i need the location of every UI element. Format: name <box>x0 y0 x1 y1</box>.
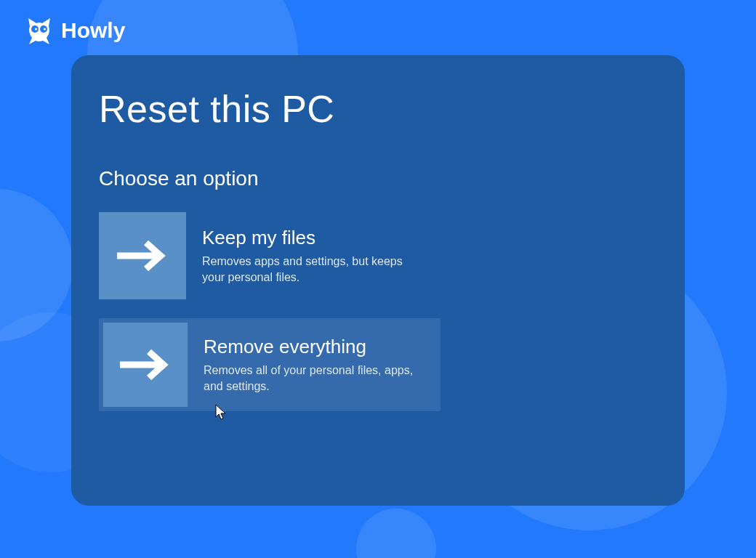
arrow-right-icon <box>99 212 186 299</box>
owl-icon <box>25 16 54 45</box>
page-title: Reset this PC <box>99 87 657 131</box>
svg-point-2 <box>35 28 37 30</box>
option-keep-my-files[interactable]: Keep my files Removes apps and settings,… <box>99 212 433 299</box>
option-title: Keep my files <box>202 227 426 249</box>
option-text: Keep my files Removes apps and settings,… <box>202 227 433 285</box>
option-remove-everything[interactable]: Remove everything Removes all of your pe… <box>99 318 441 411</box>
logo-text: Howly <box>61 18 125 43</box>
reset-pc-dialog: Reset this PC Choose an option Keep my f… <box>71 55 685 506</box>
svg-point-3 <box>44 28 46 30</box>
page-subtitle: Choose an option <box>99 167 657 190</box>
option-description: Removes apps and settings, but keeps you… <box>202 254 426 285</box>
howly-logo: Howly <box>25 16 125 45</box>
option-title: Remove everything <box>204 336 429 358</box>
bg-circle <box>356 509 436 558</box>
option-description: Removes all of your personal files, apps… <box>204 363 429 394</box>
arrow-right-icon <box>103 323 188 407</box>
option-text: Remove everything Removes all of your pe… <box>204 336 436 394</box>
